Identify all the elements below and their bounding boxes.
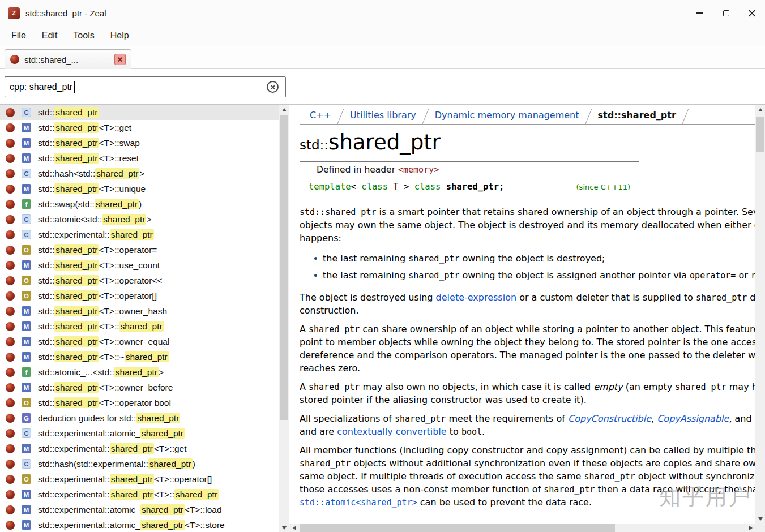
list-item[interactable]: Mstd::experimental::atomic_shared_ptr<T>…: [0, 517, 279, 532]
list-item[interactable]: Mstd::shared_ptr<T>::~shared_ptr: [0, 349, 279, 364]
breadcrumb-c-[interactable]: C++: [302, 108, 339, 124]
scroll-left-button[interactable]: [289, 524, 299, 532]
list-item[interactable]: Mstd::experimental::shared_ptr<T>::share…: [0, 487, 279, 502]
list-item[interactable]: fstd::swap(std::shared_ptr): [0, 196, 279, 212]
maximize-button[interactable]: [713, 0, 739, 26]
header-link[interactable]: <memory>: [398, 165, 439, 175]
item-label: std::shared_ptr<T>::unique: [38, 184, 146, 194]
scroll-right-button[interactable]: [746, 524, 755, 532]
match-highlight: shared_ptr: [110, 443, 154, 454]
declaration-table: Defined in header <memory> template< cla…: [300, 161, 639, 196]
inline-code: std::shared_ptr: [300, 207, 376, 217]
label-text: <T>::get: [154, 444, 187, 453]
scroll-down-button[interactable]: [279, 523, 289, 532]
list-item[interactable]: Mstd::experimental::shared_ptr<T>::get: [0, 441, 279, 456]
text-line: std::shared_ptr is a smart pointer that …: [300, 205, 755, 218]
list-item[interactable]: Ostd::experimental::shared_ptr<T>::opera…: [0, 471, 279, 487]
content-scroll-up-button[interactable]: [755, 105, 765, 114]
cpp-docset-icon: [6, 230, 15, 239]
item-label: std::shared_ptr<T>::owner_equal: [38, 337, 169, 347]
list-item[interactable]: Cstd::atomic<std::shared_ptr>: [0, 212, 279, 227]
clear-search-icon[interactable]: [267, 81, 279, 93]
menu-item-edit[interactable]: Edit: [34, 26, 66, 45]
label-text: std::swap(std::: [38, 199, 95, 209]
list-item[interactable]: Cstd::experimental::shared_ptr: [0, 227, 279, 242]
tab-close-button[interactable]: [114, 54, 126, 65]
menu-item-tools[interactable]: Tools: [65, 26, 102, 45]
scroll-up-button[interactable]: [279, 105, 289, 114]
list-item[interactable]: Mstd::shared_ptr<T>::shared_ptr: [0, 319, 279, 334]
list-item[interactable]: Ostd::shared_ptr<T>::operator<<: [0, 273, 279, 288]
cpp-docset-icon: [6, 398, 15, 407]
search-input[interactable]: [5, 76, 286, 97]
match-highlight: shared_ptr: [119, 321, 164, 332]
inline-code: shared_ptr: [309, 324, 360, 334]
item-label: std::shared_ptr<T>::operator<<: [38, 276, 162, 286]
text-line: The object is destroyed using delete-exp…: [300, 291, 755, 304]
minimize-button[interactable]: [687, 0, 713, 26]
text-line: point to member objects while owning the…: [300, 336, 755, 349]
list-item[interactable]: Mstd::shared_ptr<T>::owner_before: [0, 380, 279, 395]
text-span: is a smart pointer that retains shared o…: [376, 207, 755, 217]
item-label: std::shared_ptr<T>::reset: [38, 153, 139, 164]
inline-code: shared_ptr: [300, 458, 351, 469]
label-text: std::: [38, 291, 54, 301]
close-button[interactable]: [739, 0, 765, 26]
zeal-window: Z std::shared_ptr - Zeal FileEditToolsHe…: [0, 0, 765, 532]
text-span: owning the object is assigned another po…: [459, 270, 690, 281]
tab-shared-ptr[interactable]: std::shared_...: [5, 49, 131, 69]
sidebar-scrollbar-thumb[interactable]: [280, 115, 288, 420]
text-line: those accesses uses a non-const member f…: [300, 483, 755, 496]
label-text: >: [146, 214, 151, 224]
list-item[interactable]: Mstd::shared_ptr<T>::get: [0, 120, 279, 135]
list-item[interactable]: Ostd::shared_ptr<T>::operator bool: [0, 395, 279, 410]
list-item[interactable]: fstd::atomic_...<std::shared_ptr>: [0, 364, 279, 380]
list-item[interactable]: Gdeduction guides for std::shared_ptr: [0, 410, 279, 426]
method-symbol-icon: M: [22, 337, 31, 346]
class-symbol-icon: C: [22, 169, 31, 178]
list-item[interactable]: Mstd::shared_ptr<T>::reset: [0, 151, 279, 166]
menu-item-file[interactable]: File: [3, 26, 34, 45]
doc-link[interactable]: std::atomic<shared_ptr>: [300, 497, 417, 508]
cpp-docset-icon: [6, 414, 15, 423]
label-text: std::hash(std::experimental::: [38, 459, 148, 469]
list-item[interactable]: Ostd::shared_ptr<T>::operator=: [0, 242, 279, 258]
list-item[interactable]: Cstd::shared_ptr: [0, 105, 279, 120]
list-item[interactable]: Mstd::shared_ptr<T>::owner_equal: [0, 334, 279, 349]
breadcrumb-dynamic-memory-management[interactable]: Dynamic memory management: [427, 108, 587, 124]
menu-item-help[interactable]: Help: [102, 26, 137, 45]
inline-code: reset(): [751, 271, 755, 281]
doc-link[interactable]: CopyAssignable: [657, 413, 729, 424]
match-highlight: shared_ptr: [54, 397, 99, 408]
text-span: reaches zero.: [300, 363, 360, 374]
list-item[interactable]: Mstd::shared_ptr<T>::use_count: [0, 258, 279, 273]
label-text: <T>::reset: [99, 153, 139, 163]
item-label: std::experimental::shared_ptr<T>::operat…: [38, 474, 212, 484]
item-label: std::shared_ptr<T>::get: [38, 123, 131, 133]
breadcrumb-utilities-library[interactable]: Utilities library: [342, 108, 424, 124]
list-item[interactable]: Cstd::hash<std::shared_ptr>: [0, 166, 279, 181]
label-text: std::: [38, 321, 54, 331]
content-scroll-down-button[interactable]: [755, 514, 765, 524]
item-label: std::experimental::shared_ptr<T>::get: [38, 444, 187, 454]
content-vscrollbar-thumb[interactable]: [756, 117, 764, 152]
list-item[interactable]: Ostd::shared_ptr<T>::operator[]: [0, 288, 279, 303]
text-span: then a data race will occur; the: [595, 484, 742, 495]
bullet-icon: [314, 257, 317, 260]
list-item[interactable]: Cstd::experimental::atomic_shared_ptr: [0, 426, 279, 441]
cpp-docset-icon: [6, 276, 15, 285]
list-item[interactable]: Mstd::shared_ptr<T>::owner_hash: [0, 303, 279, 319]
doc-link[interactable]: CopyConstructible: [568, 413, 651, 424]
list-item[interactable]: Mstd::experimental::atomic_shared_ptr<T>…: [0, 502, 279, 517]
cpp-docset-icon: [6, 154, 15, 163]
operator-symbol-icon: O: [22, 245, 31, 255]
list-item[interactable]: Cstd::hash(std::experimental::shared_ptr…: [0, 456, 279, 471]
content-hscrollbar-thumb[interactable]: [300, 524, 615, 532]
doc-link[interactable]: contextually convertible: [337, 426, 446, 437]
list-item[interactable]: Mstd::shared_ptr<T>::swap: [0, 135, 279, 151]
label-text: std::: [38, 123, 54, 132]
match-highlight: shared_ptr: [95, 199, 139, 209]
list-item[interactable]: Mstd::shared_ptr<T>::unique: [0, 181, 279, 196]
doc-link[interactable]: delete-expression: [436, 292, 516, 303]
cpp-docset-icon: [6, 246, 15, 255]
